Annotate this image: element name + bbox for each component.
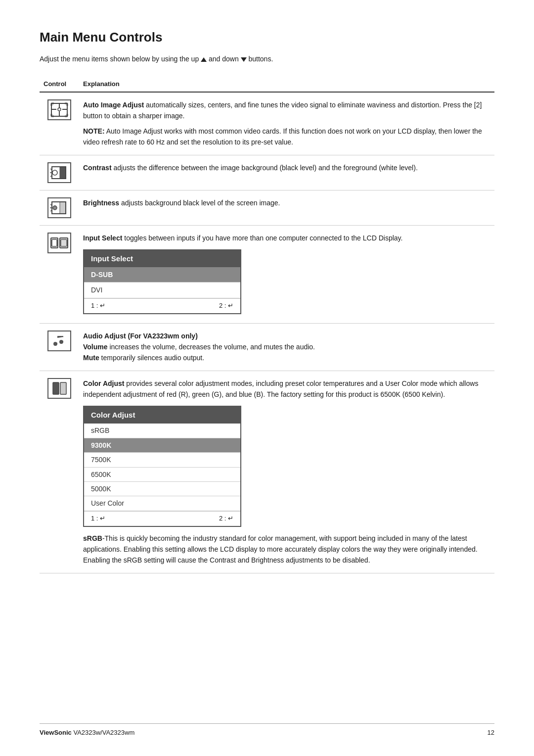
- svg-rect-34: [60, 382, 66, 394]
- audio-icon-cell: [40, 323, 79, 371]
- down-arrow-icon: [241, 57, 247, 62]
- svg-point-27: [53, 206, 57, 210]
- input-select-icon: [47, 233, 71, 253]
- color-adjust-icon: [47, 378, 71, 399]
- color-adjust-icon-cell: [40, 371, 79, 573]
- contrast-icon: [47, 162, 71, 183]
- intro-middle: and down: [209, 55, 239, 63]
- input-select-dvi: DVI: [84, 283, 240, 298]
- color-adjust-title: Color Adjust: [83, 379, 124, 387]
- col-explanation: Explanation: [79, 78, 494, 92]
- input-select-btn1: 1 : ↵: [91, 301, 105, 311]
- input-select-btn2: 2 : ↵: [219, 301, 233, 311]
- audio-icon: [47, 331, 71, 351]
- color-btn2: 2 : ↵: [219, 514, 233, 524]
- auto-image-note: NOTE: Auto Image Adjust works with most …: [83, 126, 490, 148]
- color-item-7500k: 7500K: [84, 453, 240, 467]
- svg-rect-29: [52, 239, 57, 246]
- input-select-title: Input Select: [83, 234, 122, 242]
- input-select-desc: Input Select toggles between inputs if y…: [79, 225, 494, 323]
- brightness-desc: Brightness adjusts background black leve…: [79, 190, 494, 225]
- color-adjust-footer: 1 : ↵ 2 : ↵: [84, 511, 240, 526]
- volume-label: Volume: [83, 343, 108, 351]
- auto-image-icon: [47, 99, 71, 120]
- srgb-note: sRGB-This is quickly becoming the indust…: [83, 533, 490, 566]
- input-select-icon-cell: [40, 225, 79, 323]
- input-select-dsub: D-SUB: [84, 267, 240, 283]
- page-title: Main Menu Controls: [40, 30, 494, 45]
- color-adjust-desc: Color Adjust provides several color adju…: [79, 371, 494, 573]
- svg-rect-15: [52, 167, 60, 179]
- intro-end: buttons.: [248, 55, 273, 63]
- audio-adjust-desc: Audio Adjust (For VA2323wm only) Volume …: [79, 323, 494, 371]
- color-item-srgb: sRGB: [84, 424, 240, 438]
- color-item-5000k: 5000K: [84, 482, 240, 496]
- color-item-9300k: 9300K: [84, 438, 240, 453]
- color-item-6500k: 6500K: [84, 468, 240, 482]
- row-input-select: Input Select toggles between inputs if y…: [40, 225, 494, 323]
- auto-image-desc: Auto Image Adjust automatically sizes, c…: [79, 92, 494, 155]
- footer: ViewSonic VA2323w/VA2323wm 12: [40, 723, 494, 736]
- row-audio-adjust: Audio Adjust (For VA2323wm only) Volume …: [40, 323, 494, 371]
- input-select-menu: Input Select D-SUB DVI 1 : ↵ 2 : ↵: [83, 249, 241, 314]
- intro-text: Adjust the menu items shown below by usi…: [40, 54, 494, 64]
- svg-rect-33: [53, 382, 59, 394]
- audio-adjust-title: Audio Adjust (For VA2323wm only): [83, 332, 198, 340]
- contrast-title: Contrast: [83, 164, 112, 172]
- color-adjust-menu-header: Color Adjust: [84, 407, 240, 424]
- footer-brand: ViewSonic: [40, 729, 72, 736]
- mute-label: Mute: [83, 354, 99, 362]
- contrast-icon-cell: [40, 155, 79, 190]
- input-select-footer: 1 : ↵ 2 : ↵: [84, 298, 240, 313]
- color-adjust-menu: Color Adjust sRGB 9300K 7500K 6500K 5000…: [83, 406, 241, 526]
- brightness-icon-cell: [40, 190, 79, 225]
- footer-page: 12: [488, 729, 494, 736]
- row-brightness: Brightness adjusts background black leve…: [40, 190, 494, 225]
- auto-image-title: Auto Image Adjust: [83, 101, 144, 109]
- row-contrast: Contrast adjusts the difference between …: [40, 155, 494, 190]
- row-color-adjust: Color Adjust provides several color adju…: [40, 371, 494, 573]
- col-control: Control: [40, 78, 79, 92]
- contrast-desc: Contrast adjusts the difference between …: [79, 155, 494, 190]
- svg-rect-32: [61, 239, 67, 246]
- footer-brand-model: ViewSonic VA2323w/VA2323wm: [40, 729, 134, 736]
- auto-image-icon-cell: [40, 92, 79, 155]
- color-btn1: 1 : ↵: [91, 514, 105, 524]
- controls-table: Control Explanation: [40, 78, 494, 573]
- brightness-title: Brightness: [83, 199, 119, 207]
- footer-model: VA2323w/VA2323wm: [73, 729, 134, 736]
- input-select-menu-header: Input Select: [84, 250, 240, 267]
- brightness-icon: [47, 197, 71, 218]
- row-auto-image: Auto Image Adjust automatically sizes, c…: [40, 92, 494, 155]
- color-item-user-color: User Color: [84, 496, 240, 511]
- up-arrow-icon: [201, 57, 207, 62]
